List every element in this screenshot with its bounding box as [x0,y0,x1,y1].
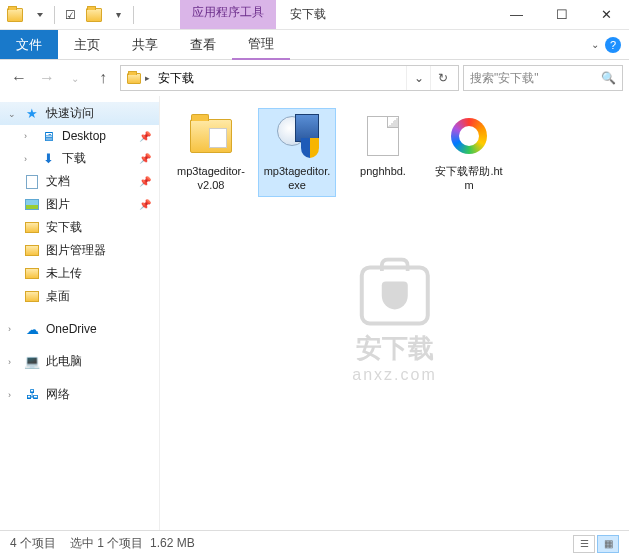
sidebar-item-thispc[interactable]: › 💻 此电脑 [0,350,159,373]
file-name: mp3tageditor-v2.08 [176,164,246,193]
nav-label: Desktop [62,129,106,143]
folder-icon [24,289,40,305]
nav-label: 未上传 [46,265,82,282]
nav-label: OneDrive [46,322,97,336]
expand-icon[interactable]: › [8,390,18,400]
watermark-main: 安下载 [356,331,434,366]
up-button[interactable]: ↑ [90,65,116,91]
folder-large-icon [187,112,235,160]
file-name: pnghhbd. [360,164,406,178]
quick-access-label: 快速访问 [46,105,94,122]
ribbon-collapse-icon[interactable]: ⌄ [591,39,599,50]
icons-view-button[interactable]: ▦ [597,535,619,553]
history-dropdown[interactable]: ⌄ [62,65,88,91]
navigation-pane: ⌄ ★ 快速访问 › 🖥 Desktop 📌 › ⬇ 下载 📌 文档 📌 图片 … [0,96,160,530]
sidebar-item-documents[interactable]: 文档 📌 [0,170,159,193]
divider [133,6,134,24]
file-item-htm[interactable]: 安下载帮助.htm [430,108,508,197]
chevron-right-icon[interactable]: ▸ [145,73,150,83]
qat-dropdown[interactable] [28,4,50,26]
watermark-domain: .com [394,366,437,383]
minimize-button[interactable]: — [494,0,539,30]
back-button[interactable]: ← [6,65,32,91]
folder-icon [24,266,40,282]
window-controls: — ☐ ✕ [494,0,629,30]
desktop-icon: 🖥 [40,128,56,144]
properties-checkbox[interactable]: ☑ [59,4,81,26]
download-icon: ⬇ [40,151,56,167]
picture-icon [24,197,40,213]
nav-label: 下载 [62,150,86,167]
divider [54,6,55,24]
file-name: 安下载帮助.htm [434,164,504,193]
document-icon [24,174,40,190]
nav-label: 图片 [46,196,70,213]
nav-label: 图片管理器 [46,242,106,259]
qat-customize[interactable]: ▾ [107,4,129,26]
folder-icon [24,220,40,236]
expand-icon[interactable]: › [8,357,18,367]
address-location: 安下载 [158,70,194,87]
network-icon: 🖧 [24,387,40,403]
pin-icon: 📌 [139,199,151,210]
quick-access-toolbar: ☑ ▾ [0,4,140,26]
sidebar-item-folder[interactable]: 未上传 [0,262,159,285]
sidebar-item-folder[interactable]: 桌面 [0,285,159,308]
watermark: 安下载 anxz.com [352,265,436,384]
search-input[interactable]: 搜索"安下载" 🔍 [463,65,623,91]
sidebar-item-desktop[interactable]: › 🖥 Desktop 📌 [0,125,159,147]
expand-icon[interactable]: ⌄ [8,109,18,119]
file-tab[interactable]: 文件 [0,30,58,59]
explorer-body: ⌄ ★ 快速访问 › 🖥 Desktop 📌 › ⬇ 下载 📌 文档 📌 图片 … [0,96,629,530]
forward-button[interactable]: → [34,65,60,91]
expand-icon[interactable]: › [8,324,18,334]
htm-file-icon [445,112,493,160]
tab-manage[interactable]: 管理 [232,30,290,60]
nav-label: 安下载 [46,219,82,236]
text-file-icon [359,112,407,160]
sidebar-item-folder[interactable]: 图片管理器 [0,239,159,262]
help-icon[interactable]: ? [605,37,621,53]
quick-access-root[interactable]: ⌄ ★ 快速访问 [0,102,159,125]
exe-icon [273,112,321,160]
file-list-area[interactable]: mp3tageditor-v2.08 mp3tageditor.exe pngh… [160,96,629,530]
view-mode-buttons: ☰ ▦ [573,535,619,553]
file-item-text[interactable]: pnghhbd. [344,108,422,182]
file-item-folder[interactable]: mp3tageditor-v2.08 [172,108,250,197]
search-placeholder: 搜索"安下载" [470,70,539,87]
address-root[interactable]: ▸ [125,73,152,84]
refresh-button[interactable]: ↻ [430,66,454,90]
tool-context-label: 应用程序工具 [192,5,264,19]
file-item-exe[interactable]: mp3tageditor.exe [258,108,336,197]
watermark-sub: anxz [352,366,394,383]
tab-view[interactable]: 查看 [174,30,232,59]
folder-icon [127,73,141,84]
item-count: 4 个项目 [10,535,56,552]
sidebar-item-onedrive[interactable]: › ☁ OneDrive [0,318,159,340]
address-bar[interactable]: ▸ 安下载 ⌄ ↻ [120,65,459,91]
sidebar-item-network[interactable]: › 🖧 网络 [0,383,159,406]
tab-home[interactable]: 主页 [58,30,116,59]
sidebar-item-downloads[interactable]: › ⬇ 下载 📌 [0,147,159,170]
maximize-button[interactable]: ☐ [539,0,584,30]
expand-icon[interactable]: › [24,131,34,141]
address-dropdown[interactable]: ⌄ [406,66,430,90]
details-view-button[interactable]: ☰ [573,535,595,553]
pc-icon: 💻 [24,354,40,370]
tab-share[interactable]: 共享 [116,30,174,59]
sidebar-item-folder[interactable]: 安下载 [0,216,159,239]
folder-icon[interactable] [83,4,105,26]
nav-label: 此电脑 [46,353,82,370]
pin-icon: 📌 [139,176,151,187]
watermark-lock-icon [360,265,430,325]
nav-label: 桌面 [46,288,70,305]
file-name: mp3tageditor.exe [262,164,332,193]
onedrive-icon: ☁ [24,321,40,337]
sidebar-item-pictures[interactable]: 图片 📌 [0,193,159,216]
selection-info: 选中 1 个项目 1.62 MB [70,535,195,552]
address-segment[interactable]: 安下载 [156,70,196,87]
address-row: ← → ⌄ ↑ ▸ 安下载 ⌄ ↻ 搜索"安下载" 🔍 [0,60,629,96]
expand-icon[interactable]: › [24,154,34,164]
folder-icon[interactable] [4,4,26,26]
close-button[interactable]: ✕ [584,0,629,30]
